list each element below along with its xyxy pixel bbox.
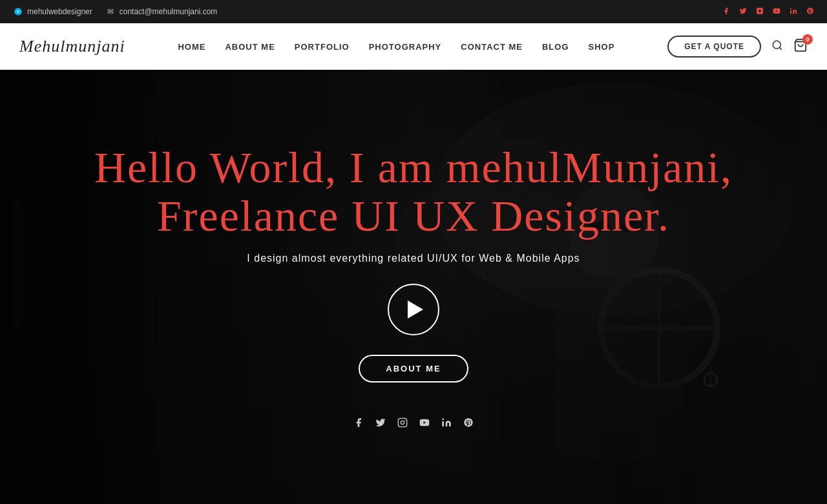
nav-blog-link[interactable]: BLOG — [542, 42, 569, 52]
nav-about[interactable]: ABOUT ME — [225, 41, 275, 52]
hero-section: Hello World, I am mehulMunjani, Freelanc… — [0, 70, 827, 504]
nav-about-link[interactable]: ABOUT ME — [225, 42, 275, 52]
topbar-facebook-icon[interactable] — [722, 7, 730, 17]
get-quote-button[interactable]: GET A QUOTE — [667, 36, 761, 58]
cart-badge: 0 — [802, 34, 813, 45]
nav-photography[interactable]: PHOTOGRAPHY — [369, 41, 442, 52]
topbar-social — [722, 7, 814, 17]
nav-portfolio-link[interactable]: PORTFOLIO — [295, 42, 350, 52]
hero-subtitle: I design almost everything related UI/UX… — [26, 253, 801, 264]
hero-twitter-icon[interactable] — [375, 417, 386, 430]
navbar: Mehulmunjani HOME ABOUT ME PORTFOLIO PHO… — [0, 23, 827, 70]
svg-point-25 — [401, 421, 404, 425]
topbar-left: S mehulwebdesigner ✉ contact@mehulmunjan… — [13, 6, 217, 17]
hero-facebook-icon[interactable] — [353, 417, 364, 430]
play-button[interactable] — [388, 284, 439, 335]
hero-youtube-icon[interactable] — [419, 417, 430, 430]
hero-title-line1: Hello World, I am mehulMunjani, — [94, 143, 733, 192]
svg-point-6 — [773, 41, 780, 48]
username-text: mehulwebdesigner — [27, 7, 92, 16]
nav-home[interactable]: HOME — [178, 41, 205, 52]
hero-instagram-icon[interactable] — [397, 417, 408, 430]
topbar-email: ✉ contact@mehulmunjani.com — [105, 6, 218, 17]
email-text: contact@mehulmunjani.com — [120, 7, 218, 16]
about-me-button[interactable]: ABOUT ME — [359, 355, 468, 383]
search-icon[interactable] — [771, 39, 783, 54]
svg-point-29 — [442, 419, 444, 421]
hero-linkedin-icon[interactable] — [441, 417, 452, 430]
nav-right: GET A QUOTE 0 — [667, 36, 808, 58]
topbar-twitter-icon[interactable] — [739, 7, 747, 17]
topbar-linkedin-icon[interactable] — [790, 7, 797, 17]
topbar-pinterest-icon[interactable] — [806, 7, 814, 17]
play-icon — [408, 300, 423, 319]
nav-blog[interactable]: BLOG — [542, 41, 569, 52]
nav-shop-link[interactable]: SHOP — [589, 42, 615, 52]
skype-icon: S — [13, 6, 23, 17]
hero-title-line2: Freelance UI UX Designer. — [157, 191, 670, 240]
hero-pinterest-icon[interactable] — [463, 417, 474, 430]
nav-contact[interactable]: CONTACT ME — [461, 41, 523, 52]
hero-social-links — [26, 417, 801, 430]
email-icon: ✉ — [105, 6, 116, 17]
svg-point-5 — [790, 8, 791, 9]
topbar: S mehulwebdesigner ✉ contact@mehulmunjan… — [0, 0, 827, 23]
nav-contact-link[interactable]: CONTACT ME — [461, 42, 523, 52]
topbar-instagram-icon[interactable] — [756, 7, 764, 17]
logo[interactable]: Mehulmunjani — [19, 37, 125, 56]
nav-photography-link[interactable]: PHOTOGRAPHY — [369, 42, 442, 52]
svg-line-7 — [779, 47, 781, 49]
nav-home-link[interactable]: HOME — [178, 42, 205, 52]
svg-rect-28 — [442, 421, 444, 426]
topbar-username: S mehulwebdesigner — [13, 6, 92, 17]
hero-content: Hello World, I am mehulMunjani, Freelanc… — [0, 143, 827, 431]
svg-point-26 — [404, 420, 405, 421]
svg-text:S: S — [17, 10, 19, 14]
nav-links: HOME ABOUT ME PORTFOLIO PHOTOGRAPHY CONT… — [178, 41, 614, 52]
topbar-youtube-icon[interactable] — [773, 7, 780, 17]
nav-portfolio[interactable]: PORTFOLIO — [295, 41, 350, 52]
nav-shop[interactable]: SHOP — [589, 41, 615, 52]
hero-title: Hello World, I am mehulMunjani, Freelanc… — [26, 143, 801, 240]
cart-icon-wrap[interactable]: 0 — [793, 38, 808, 55]
svg-rect-24 — [398, 419, 406, 427]
